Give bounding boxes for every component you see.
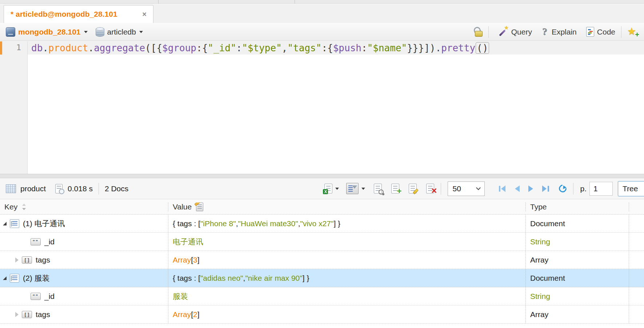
- code-token: :{: [196, 43, 208, 53]
- first-page-icon[interactable]: [499, 185, 506, 192]
- result-view-select[interactable]: Tree: [618, 181, 644, 196]
- value-cell[interactable]: 服装: [168, 287, 525, 305]
- code-token: { tags : [: [173, 274, 200, 283]
- key-cell[interactable]: [ ]tags: [0, 305, 168, 323]
- code-token: (): [476, 42, 489, 54]
- collapse-expander-icon[interactable]: [3, 222, 7, 225]
- key-cell[interactable]: (2) 服装: [0, 269, 168, 287]
- query-code-line[interactable]: db.product.aggregate([{$group:{"_id":"$t…: [31, 42, 489, 54]
- table-row[interactable]: (1) 电子通讯{ tags : [ "iPhone 8", "HuaWei m…: [0, 215, 644, 233]
- code-token: ]: [197, 310, 200, 319]
- column-header-key[interactable]: Key: [0, 203, 168, 211]
- result-view-value: Tree: [623, 184, 638, 193]
- expand-expander-icon[interactable]: [15, 312, 19, 317]
- code-token: "HuaWei mate30": [238, 219, 298, 228]
- explain-button[interactable]: ? Explain: [541, 27, 577, 37]
- query-editor[interactable]: 1 db.product.aggregate([{$group:{"_id":"…: [0, 41, 644, 174]
- column-header-value[interactable]: Value: [168, 203, 525, 211]
- server-name[interactable]: mongodb_28.101: [18, 28, 81, 36]
- key-cell[interactable]: [ ]tags: [0, 251, 168, 269]
- toolbar-divider: [621, 26, 621, 38]
- edit-document-icon[interactable]: [409, 184, 417, 193]
- code-token: "$type": [242, 43, 282, 53]
- collapse-expander-icon[interactable]: [3, 276, 7, 280]
- document-type-icon: [10, 219, 19, 228]
- type-label: Array: [530, 310, 548, 319]
- query-button-label: Query: [511, 28, 532, 36]
- database-dropdown-icon[interactable]: [139, 31, 143, 33]
- last-page-icon[interactable]: [542, 185, 549, 192]
- value-cell[interactable]: Array[2]: [168, 305, 525, 323]
- database-icon: [96, 27, 104, 37]
- tab-bar: * articledb@mongodb_28.101 ×: [0, 4, 644, 23]
- splitter-handle[interactable]: [0, 174, 644, 178]
- server-dropdown-icon[interactable]: [84, 31, 88, 33]
- expand-expander-icon[interactable]: [15, 257, 19, 263]
- value-cell[interactable]: { tags : [ "iPhone 8", "HuaWei mate30", …: [168, 215, 525, 232]
- key-cell[interactable]: ""_id: [0, 287, 168, 305]
- prev-page-icon[interactable]: [515, 185, 520, 192]
- code-token: "_id": [208, 43, 236, 53]
- code-token: .: [88, 43, 94, 53]
- export-icon[interactable]: [324, 184, 332, 193]
- view-mode-dropdown-icon[interactable]: [361, 188, 365, 190]
- key-cell[interactable]: ""_id: [0, 233, 168, 251]
- table-row[interactable]: (2) 服装{ tags : [ "adidas neo", "nike air…: [0, 269, 644, 287]
- code-token: "nike air max 90": [245, 274, 302, 283]
- insert-document-icon[interactable]: [391, 184, 399, 193]
- query-button[interactable]: Query: [498, 27, 532, 37]
- code-token: ] }: [303, 274, 309, 283]
- type-cell: String: [525, 287, 629, 305]
- type-label: String: [530, 292, 550, 301]
- code-token: product: [48, 43, 88, 53]
- type-cell: Array: [525, 305, 629, 323]
- type-label: String: [530, 237, 550, 246]
- exec-time: 0.018 s: [68, 184, 93, 193]
- code-button[interactable]: Code: [586, 27, 615, 37]
- chrome-divider: [158, 0, 159, 4]
- window-chrome-strip: [0, 0, 644, 4]
- tab-close-icon[interactable]: ×: [142, 10, 147, 19]
- table-row[interactable]: [ ]tagsArray[3]Array: [0, 251, 644, 269]
- export-dropdown-icon[interactable]: [335, 188, 339, 190]
- collection-name: product: [20, 184, 46, 193]
- view-mode-icon[interactable]: [346, 183, 359, 194]
- key-label: _id: [44, 292, 55, 301]
- table-row[interactable]: ""_id服装String: [0, 287, 644, 305]
- code-token: 服装: [173, 291, 188, 301]
- key-cell[interactable]: (1) 电子通讯: [0, 215, 168, 232]
- document-type-icon: [10, 274, 19, 283]
- key-label: _id: [44, 237, 55, 246]
- key-label: (2) 服装: [23, 273, 50, 283]
- value-cell[interactable]: Array[3]: [168, 251, 525, 269]
- key-label: (1) 电子通讯: [23, 219, 65, 229]
- explain-button-label: Explain: [552, 28, 577, 36]
- code-token: 3: [193, 256, 197, 264]
- code-token: "adidas neo": [200, 274, 243, 283]
- database-name[interactable]: articledb: [107, 28, 136, 36]
- timer-icon: [55, 184, 63, 193]
- tab-title: * articledb@mongodb_28.101: [11, 10, 117, 19]
- query-tab[interactable]: * articledb@mongodb_28.101 ×: [4, 5, 153, 23]
- code-token: ]: [197, 256, 200, 264]
- table-row[interactable]: ""_id电子通讯String: [0, 233, 644, 251]
- code-token: "tags": [287, 43, 321, 53]
- add-favorite-star-icon[interactable]: [627, 27, 638, 37]
- view-document-icon[interactable]: [374, 184, 382, 193]
- value-cell[interactable]: 电子通讯: [168, 233, 525, 251]
- refresh-icon[interactable]: [557, 183, 568, 194]
- value-cell[interactable]: { tags : [ "adidas neo", "nike air max 9…: [168, 269, 525, 287]
- sort-icon[interactable]: [22, 203, 27, 211]
- page-size-select[interactable]: 50: [448, 181, 485, 196]
- page-number-input[interactable]: 1: [589, 182, 613, 196]
- code-token: 电子通讯: [173, 237, 203, 247]
- next-page-icon[interactable]: [528, 185, 533, 192]
- code-token: :: [236, 43, 242, 53]
- column-header-type[interactable]: Type: [525, 203, 629, 211]
- delete-document-icon[interactable]: [426, 184, 434, 193]
- code-token: "$name": [367, 43, 407, 53]
- lock-icon[interactable]: [474, 27, 483, 37]
- type-label: Document: [530, 219, 565, 228]
- table-row[interactable]: [ ]tagsArray[2]Array: [0, 305, 644, 324]
- code-token: 2: [193, 310, 197, 319]
